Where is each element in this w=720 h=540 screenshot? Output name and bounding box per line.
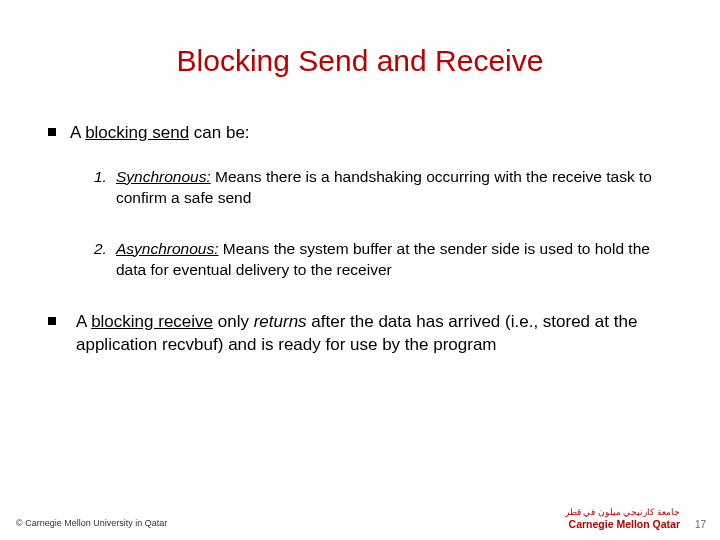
bullet2-key: blocking receive — [91, 312, 213, 331]
bullet1-pre: A — [70, 123, 85, 142]
num-1: 1. — [94, 167, 107, 188]
copyright-text: © Carnegie Mellon University in Qatar — [16, 518, 167, 528]
num-2: 2. — [94, 239, 107, 260]
numbered-synchronous: 1. Synchronous: Means there is a handsha… — [94, 167, 680, 209]
bullet-blocking-send: A blocking send can be: 1. Synchronous: … — [48, 122, 680, 281]
slide-body: A blocking send can be: 1. Synchronous: … — [0, 78, 720, 357]
slide-title: Blocking Send and Receive — [0, 0, 720, 78]
bullet1-key: blocking send — [85, 123, 189, 142]
bullet2-mid1: only — [213, 312, 254, 331]
logo-arabic-text: جامعة كارنيجي ميلون في قطر — [530, 507, 680, 517]
bullet2-pre: A — [76, 312, 91, 331]
logo-english-text: Carnegie Mellon Qatar — [530, 518, 680, 530]
synchronous-head: Synchronous: — [116, 168, 211, 185]
footer: © Carnegie Mellon University in Qatar جا… — [0, 492, 720, 540]
page-number: 17 — [695, 519, 706, 530]
numbered-asynchronous: 2. Asynchronous: Means the system buffer… — [94, 239, 680, 281]
asynchronous-head: Asynchronous: — [116, 240, 219, 257]
cmu-qatar-logo: جامعة كارنيجي ميلون في قطر Carnegie Mell… — [530, 507, 680, 530]
bullet1-post: can be: — [189, 123, 250, 142]
bullet-blocking-receive: A blocking receive only returns after th… — [48, 311, 680, 357]
bullet2-ital: returns — [254, 312, 307, 331]
